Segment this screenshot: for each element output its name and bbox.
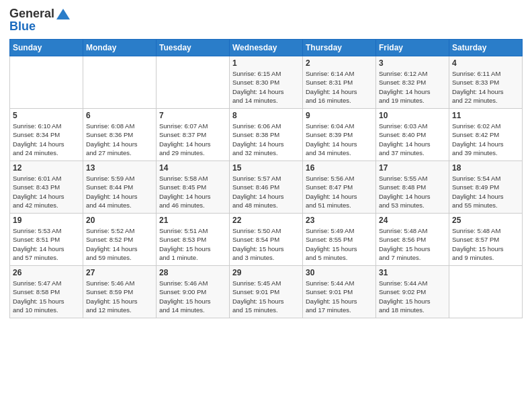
day-number: 19 — [13, 216, 80, 225]
calendar-cell: 16Sunrise: 5:56 AM Sunset: 8:47 PM Dayli… — [303, 161, 376, 214]
calendar-cell — [10, 56, 83, 109]
day-info: Sunrise: 6:11 AM Sunset: 8:33 PM Dayligh… — [452, 69, 519, 105]
day-number: 4 — [452, 58, 519, 68]
day-info: Sunrise: 5:45 AM Sunset: 9:01 PM Dayligh… — [232, 279, 300, 314]
day-number: 26 — [13, 268, 80, 277]
day-number: 17 — [379, 163, 446, 173]
day-info: Sunrise: 6:04 AM Sunset: 8:39 PM Dayligh… — [306, 122, 373, 157]
day-number: 30 — [306, 268, 373, 277]
day-number: 14 — [159, 163, 226, 173]
calendar-cell — [449, 266, 523, 318]
day-info: Sunrise: 5:51 AM Sunset: 8:53 PM Dayligh… — [159, 226, 226, 262]
day-info: Sunrise: 5:46 AM Sunset: 9:00 PM Dayligh… — [159, 279, 226, 314]
calendar-cell: 2Sunrise: 6:14 AM Sunset: 8:31 PM Daylig… — [303, 56, 376, 109]
week-row-4: 19Sunrise: 5:53 AM Sunset: 8:51 PM Dayli… — [10, 214, 523, 266]
day-info: Sunrise: 5:48 AM Sunset: 8:57 PM Dayligh… — [452, 226, 519, 262]
calendar-cell: 23Sunrise: 5:49 AM Sunset: 8:55 PM Dayli… — [303, 214, 376, 266]
calendar-cell: 12Sunrise: 6:01 AM Sunset: 8:43 PM Dayli… — [10, 161, 83, 214]
calendar-cell: 26Sunrise: 5:47 AM Sunset: 8:58 PM Dayli… — [10, 266, 83, 318]
day-info: Sunrise: 6:06 AM Sunset: 8:38 PM Dayligh… — [232, 122, 300, 157]
week-row-2: 5Sunrise: 6:10 AM Sunset: 8:34 PM Daylig… — [10, 109, 523, 161]
day-info: Sunrise: 6:12 AM Sunset: 8:32 PM Dayligh… — [379, 69, 446, 105]
calendar-cell: 20Sunrise: 5:52 AM Sunset: 8:52 PM Dayli… — [83, 214, 157, 266]
day-number: 8 — [232, 111, 300, 120]
day-number: 5 — [13, 111, 80, 120]
day-info: Sunrise: 6:02 AM Sunset: 8:42 PM Dayligh… — [452, 122, 519, 157]
day-info: Sunrise: 5:48 AM Sunset: 8:56 PM Dayligh… — [379, 226, 446, 262]
calendar-cell: 8Sunrise: 6:06 AM Sunset: 8:38 PM Daylig… — [230, 109, 303, 161]
day-info: Sunrise: 5:52 AM Sunset: 8:52 PM Dayligh… — [86, 226, 153, 262]
calendar-cell: 31Sunrise: 5:44 AM Sunset: 9:02 PM Dayli… — [376, 266, 449, 318]
calendar-cell: 1Sunrise: 6:15 AM Sunset: 8:30 PM Daylig… — [230, 56, 303, 109]
day-info: Sunrise: 6:14 AM Sunset: 8:31 PM Dayligh… — [306, 69, 373, 105]
day-number: 9 — [306, 111, 373, 120]
day-header-friday: Friday — [376, 40, 449, 56]
day-header-thursday: Thursday — [303, 40, 376, 56]
day-info: Sunrise: 5:53 AM Sunset: 8:51 PM Dayligh… — [13, 226, 80, 262]
calendar-cell: 27Sunrise: 5:46 AM Sunset: 8:59 PM Dayli… — [83, 266, 157, 318]
calendar-header-row: SundayMondayTuesdayWednesdayThursdayFrid… — [10, 40, 523, 56]
calendar-cell: 10Sunrise: 6:03 AM Sunset: 8:40 PM Dayli… — [376, 109, 449, 161]
day-number: 11 — [452, 111, 519, 120]
calendar-cell: 9Sunrise: 6:04 AM Sunset: 8:39 PM Daylig… — [303, 109, 376, 161]
day-number: 18 — [452, 163, 519, 173]
calendar-cell: 24Sunrise: 5:48 AM Sunset: 8:56 PM Dayli… — [376, 214, 449, 266]
day-number: 25 — [452, 216, 519, 225]
day-info: Sunrise: 5:44 AM Sunset: 9:01 PM Dayligh… — [306, 279, 373, 314]
day-number: 2 — [306, 58, 373, 68]
day-info: Sunrise: 5:44 AM Sunset: 9:02 PM Dayligh… — [379, 279, 446, 314]
calendar-cell: 5Sunrise: 6:10 AM Sunset: 8:34 PM Daylig… — [10, 109, 83, 161]
calendar-cell: 22Sunrise: 5:50 AM Sunset: 8:54 PM Dayli… — [230, 214, 303, 266]
header: General Blue — [9, 7, 523, 34]
week-row-3: 12Sunrise: 6:01 AM Sunset: 8:43 PM Dayli… — [10, 161, 523, 214]
day-header-monday: Monday — [83, 40, 157, 56]
page: General Blue SundayMondayTuesdayWednesda… — [0, 0, 532, 411]
day-number: 1 — [232, 58, 300, 68]
day-info: Sunrise: 5:50 AM Sunset: 8:54 PM Dayligh… — [232, 226, 300, 262]
calendar-cell: 6Sunrise: 6:08 AM Sunset: 8:36 PM Daylig… — [83, 109, 157, 161]
calendar-table: SundayMondayTuesdayWednesdayThursdayFrid… — [9, 39, 523, 318]
day-info: Sunrise: 6:15 AM Sunset: 8:30 PM Dayligh… — [232, 69, 300, 105]
calendar-cell: 19Sunrise: 5:53 AM Sunset: 8:51 PM Dayli… — [10, 214, 83, 266]
day-info: Sunrise: 5:47 AM Sunset: 8:58 PM Dayligh… — [13, 279, 80, 314]
calendar-cell: 14Sunrise: 5:58 AM Sunset: 8:45 PM Dayli… — [157, 161, 230, 214]
calendar-cell — [157, 56, 230, 109]
day-header-tuesday: Tuesday — [157, 40, 230, 56]
calendar-cell: 11Sunrise: 6:02 AM Sunset: 8:42 PM Dayli… — [449, 109, 523, 161]
day-info: Sunrise: 5:55 AM Sunset: 8:48 PM Dayligh… — [379, 174, 446, 210]
day-info: Sunrise: 5:49 AM Sunset: 8:55 PM Dayligh… — [306, 226, 373, 262]
day-number: 31 — [379, 268, 446, 277]
day-number: 29 — [232, 268, 300, 277]
day-number: 10 — [379, 111, 446, 120]
day-number: 21 — [159, 216, 226, 225]
calendar-cell: 17Sunrise: 5:55 AM Sunset: 8:48 PM Dayli… — [376, 161, 449, 214]
day-info: Sunrise: 6:08 AM Sunset: 8:36 PM Dayligh… — [86, 122, 153, 157]
calendar-cell: 25Sunrise: 5:48 AM Sunset: 8:57 PM Dayli… — [449, 214, 523, 266]
logo-general-part: General — [9, 7, 54, 21]
day-header-wednesday: Wednesday — [230, 40, 303, 56]
day-number: 20 — [86, 216, 153, 225]
day-info: Sunrise: 6:01 AM Sunset: 8:43 PM Dayligh… — [13, 174, 80, 210]
day-number: 12 — [13, 163, 80, 173]
calendar-cell: 13Sunrise: 5:59 AM Sunset: 8:44 PM Dayli… — [83, 161, 157, 214]
day-info: Sunrise: 5:54 AM Sunset: 8:49 PM Dayligh… — [452, 174, 519, 210]
day-number: 28 — [159, 268, 226, 277]
calendar-cell — [83, 56, 157, 109]
day-number: 23 — [306, 216, 373, 225]
svg-marker-0 — [56, 9, 70, 19]
calendar-cell: 30Sunrise: 5:44 AM Sunset: 9:01 PM Dayli… — [303, 266, 376, 318]
logo: General Blue — [9, 7, 71, 34]
calendar-cell: 29Sunrise: 5:45 AM Sunset: 9:01 PM Dayli… — [230, 266, 303, 318]
calendar-cell: 21Sunrise: 5:51 AM Sunset: 8:53 PM Dayli… — [157, 214, 230, 266]
calendar-cell: 18Sunrise: 5:54 AM Sunset: 8:49 PM Dayli… — [449, 161, 523, 214]
day-header-sunday: Sunday — [10, 40, 83, 56]
calendar-cell: 3Sunrise: 6:12 AM Sunset: 8:32 PM Daylig… — [376, 56, 449, 109]
week-row-1: 1Sunrise: 6:15 AM Sunset: 8:30 PM Daylig… — [10, 56, 523, 109]
day-number: 22 — [232, 216, 300, 225]
day-number: 27 — [86, 268, 153, 277]
day-info: Sunrise: 5:46 AM Sunset: 8:59 PM Dayligh… — [86, 279, 153, 314]
week-row-5: 26Sunrise: 5:47 AM Sunset: 8:58 PM Dayli… — [10, 266, 523, 318]
calendar-cell: 4Sunrise: 6:11 AM Sunset: 8:33 PM Daylig… — [449, 56, 523, 109]
day-info: Sunrise: 5:57 AM Sunset: 8:46 PM Dayligh… — [232, 174, 300, 210]
day-info: Sunrise: 6:07 AM Sunset: 8:37 PM Dayligh… — [159, 122, 226, 157]
